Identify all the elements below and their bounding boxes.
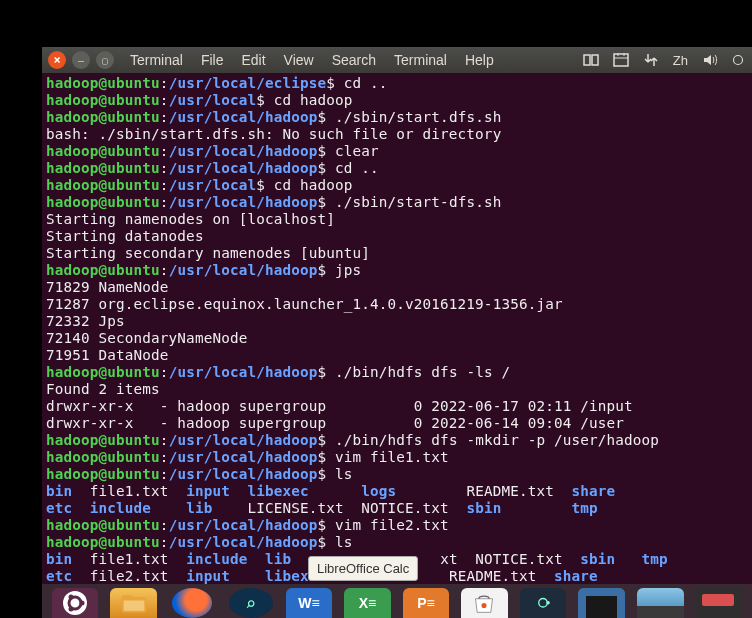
dock-app-1[interactable] <box>520 588 566 618</box>
window-minimize-button[interactable]: – <box>72 51 90 69</box>
svg-point-15 <box>482 603 487 608</box>
menu-terminal-2[interactable]: Terminal <box>394 52 447 68</box>
svg-point-11 <box>69 607 74 612</box>
window-maximize-button[interactable]: ▢ <box>96 51 114 69</box>
terminal-output[interactable]: hadoop@ubuntu:/usr/local/eclipse$ cd ..h… <box>42 73 752 618</box>
svg-point-10 <box>69 595 74 600</box>
window-close-button[interactable]: × <box>48 51 66 69</box>
dock-writer[interactable]: W≡ <box>286 588 332 618</box>
menu-bar: Terminal File Edit View Search Terminal … <box>130 52 494 68</box>
window-titlebar: × – ▢ Terminal File Edit View Search Ter… <box>42 47 752 73</box>
svg-rect-0 <box>584 55 590 65</box>
dock-software[interactable] <box>461 588 507 618</box>
calendar-icon[interactable] <box>613 52 629 68</box>
menu-terminal[interactable]: Terminal <box>130 52 183 68</box>
power-icon[interactable] <box>732 52 744 68</box>
menu-view[interactable]: View <box>284 52 314 68</box>
svg-rect-1 <box>592 55 598 65</box>
svg-rect-2 <box>614 54 628 66</box>
svg-rect-13 <box>122 595 132 600</box>
menu-help[interactable]: Help <box>465 52 494 68</box>
svg-point-9 <box>80 601 85 606</box>
network-icon[interactable] <box>643 52 659 68</box>
dock-app-4[interactable] <box>696 588 742 618</box>
menu-search[interactable]: Search <box>332 52 376 68</box>
svg-point-18 <box>546 601 549 604</box>
window-list-icon[interactable] <box>583 52 599 68</box>
dock-app-3[interactable] <box>637 588 683 618</box>
system-tray: Zh <box>583 52 744 68</box>
volume-icon[interactable] <box>702 52 718 68</box>
menu-edit[interactable]: Edit <box>241 52 265 68</box>
dock-show-apps[interactable] <box>52 588 98 618</box>
svg-point-6 <box>734 56 743 65</box>
dock-calc[interactable]: X≡ <box>344 588 390 618</box>
menu-file[interactable]: File <box>201 52 224 68</box>
dock-firefox[interactable] <box>169 588 215 618</box>
dock-app-2[interactable] <box>578 588 625 618</box>
dock: ⌕ W≡ X≡ P≡ <box>42 584 752 618</box>
input-method-indicator[interactable]: Zh <box>673 53 688 68</box>
svg-rect-14 <box>123 600 144 610</box>
dock-files[interactable] <box>110 588 156 618</box>
dock-tooltip: LibreOffice Calc <box>308 556 418 581</box>
dock-search[interactable]: ⌕ <box>227 588 273 618</box>
dock-impress[interactable]: P≡ <box>403 588 449 618</box>
